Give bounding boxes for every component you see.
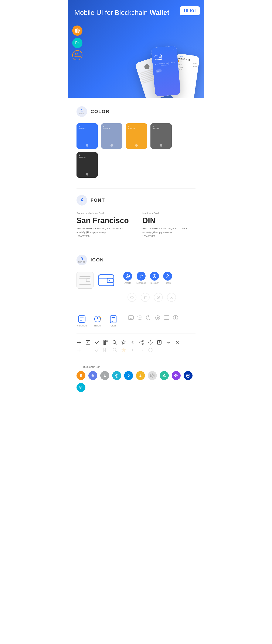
svg-rect-3 (159, 56, 162, 58)
swatch-gray: #666666 (150, 123, 172, 149)
zcash-icon[interactable]: Z (136, 371, 145, 380)
svg-marker-18 (130, 296, 133, 299)
svg-marker-14 (127, 276, 128, 278)
close-icon[interactable] (175, 340, 180, 345)
edit-list-icon[interactable] (86, 340, 90, 345)
svg-rect-57 (106, 344, 107, 344)
svg-rect-73 (86, 348, 90, 352)
ghost-assets-icon (128, 293, 136, 302)
svg-rect-75 (106, 348, 108, 350)
bottom-nav-icons: Mangment History (76, 315, 196, 327)
svg-line-64 (141, 341, 142, 342)
screens-badge: 60+ Screens (72, 50, 82, 60)
back-icon[interactable] (130, 340, 135, 345)
bitcoin-icon[interactable]: ₿ (76, 371, 86, 380)
augur-icon[interactable] (160, 371, 169, 380)
qr-icon[interactable] (103, 340, 108, 345)
waves-icon[interactable] (76, 383, 86, 392)
ui-kit-badge: UI Kit (180, 6, 200, 15)
ghost-exchange-icon (141, 293, 150, 302)
matic-icon[interactable] (184, 371, 192, 380)
swatch-dark: #303030 (76, 152, 98, 178)
small-icons-row-1 (76, 340, 196, 345)
color-section-header: 1 ONE COLOR (76, 106, 196, 117)
divider-2 (76, 248, 196, 248)
svg-rect-52 (104, 341, 105, 342)
discover-icon-item: Discover (150, 272, 159, 284)
svg-rect-80 (148, 348, 152, 352)
divider-1 (76, 188, 196, 188)
layers-icon[interactable] (137, 315, 143, 321)
dash-icon[interactable]: D (124, 371, 133, 380)
icon-section: 3 THREE ICON (76, 254, 196, 392)
svg-point-58 (113, 340, 116, 344)
exchange-icon[interactable] (137, 272, 146, 280)
svg-rect-55 (106, 342, 107, 343)
star-icon[interactable] (121, 340, 126, 345)
dfinity-icon[interactable] (172, 371, 180, 380)
svg-point-63 (142, 343, 144, 344)
wallet-blue-svg (98, 273, 115, 288)
order-icon-item: Order (108, 315, 118, 327)
split-icon[interactable] (166, 340, 171, 345)
circle-icon[interactable] (155, 315, 161, 321)
wallet-icon-screen (154, 53, 162, 61)
svg-rect-53 (106, 341, 108, 342)
svg-rect-38 (164, 316, 169, 320)
search-icon[interactable] (112, 340, 117, 345)
sketch-icon (74, 28, 80, 34)
swatch-orange: #F5A623 (126, 123, 147, 149)
ethereum-icon[interactable] (88, 371, 97, 380)
svg-point-21 (171, 296, 172, 298)
swatch-dot (160, 144, 162, 147)
litecoin-icon[interactable]: Ł (100, 371, 109, 380)
divider-4 (76, 333, 196, 334)
sketch-badge (72, 26, 82, 36)
moon-icon[interactable] (146, 315, 152, 321)
history-icon[interactable] (93, 315, 102, 323)
divider-5 (76, 359, 196, 359)
svg-rect-5 (86, 279, 90, 282)
discover-icon[interactable] (150, 272, 159, 280)
speech-bubble-icon[interactable] (164, 315, 170, 321)
wallet-wireframe-icon (76, 272, 94, 289)
plus-icon[interactable] (76, 340, 82, 345)
profile-icon[interactable] (163, 272, 172, 280)
font-col-din: Medium · Bold DIN ABCDEFGHIJKLMNOPQRSTUV… (142, 212, 196, 238)
svg-rect-10 (107, 278, 113, 282)
swatch-slate: #8DA0C8 (101, 123, 122, 149)
check-icon[interactable] (94, 340, 100, 345)
svg-point-17 (167, 274, 168, 276)
message-icon[interactable] (128, 315, 134, 321)
swatch-blue: #3574FA (76, 123, 98, 149)
screens-count: 60+ (75, 52, 80, 56)
assets-icon[interactable] (123, 272, 132, 280)
share-icon[interactable] (139, 340, 144, 345)
order-icon[interactable] (109, 315, 118, 323)
assets-icon-item: Assets (123, 272, 132, 284)
nem-icon[interactable] (112, 371, 121, 380)
profile-icon-item: Profile (163, 272, 172, 284)
font-title: FONT (90, 198, 105, 203)
svg-rect-9 (98, 275, 114, 286)
settings-icon[interactable] (148, 340, 153, 345)
section-number-3: 3 THREE (76, 254, 87, 265)
color-swatches: #3574FA #8DA0C8 #F5A623 #666666 #303030 (76, 123, 196, 178)
blockchain-line (76, 367, 82, 367)
mangment-icon[interactable] (78, 315, 86, 323)
assets-label: Assets (124, 282, 131, 284)
svg-rect-34 (128, 316, 134, 320)
utility-icons-row (128, 315, 178, 321)
svg-point-43 (175, 316, 176, 317)
swatch-dot (110, 144, 113, 147)
svg-rect-4 (79, 276, 91, 284)
svg-line-91 (186, 375, 188, 376)
grid-icon[interactable] (148, 371, 157, 380)
wallet-wireframe-item (76, 272, 94, 289)
font-col-sf: Regular · Medium · Bold San Francisco AB… (76, 212, 130, 238)
export-icon[interactable] (157, 340, 162, 345)
info-icon[interactable] (172, 315, 178, 321)
ps-label: Ps (75, 41, 80, 45)
svg-point-77 (113, 348, 116, 351)
wallet-blue-icon (98, 272, 115, 289)
